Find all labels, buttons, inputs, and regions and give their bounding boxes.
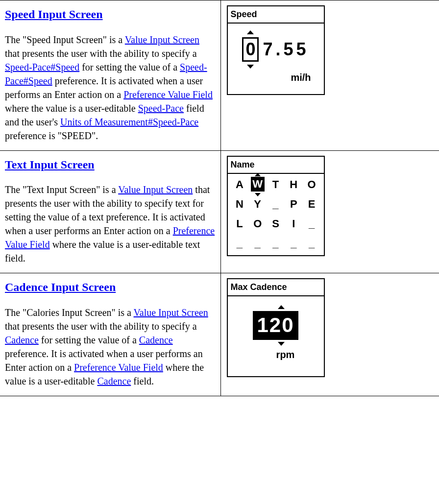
table-row: Text Input Screen The "Text Input Screen… xyxy=(0,150,439,273)
doc-table: Speed Input Screen The "Speed Input Scre… xyxy=(0,0,439,396)
speed-unit-label: mi/h xyxy=(232,71,320,84)
link-cadence-1[interactable]: Cadence xyxy=(5,335,39,345)
selected-char: W xyxy=(251,177,265,192)
char-cell[interactable]: A xyxy=(231,178,249,192)
description-text: The "Text Input Screen" is a Value Input… xyxy=(5,183,216,265)
text-fragment: field. xyxy=(131,376,154,386)
text-fragment: where the value is a user-editable xyxy=(5,103,138,114)
char-cell[interactable]: _ xyxy=(231,237,249,250)
text-fragment: for setting the value of a xyxy=(39,335,139,345)
cadence-unit-label: rpm xyxy=(232,348,320,361)
text-fragment: The "Calories Input Screen" is a xyxy=(5,307,134,318)
char-cell[interactable]: O xyxy=(303,178,321,192)
link-speed-pace[interactable]: Speed-Pace xyxy=(138,103,184,114)
device-title: Name xyxy=(228,157,324,174)
char-cell[interactable]: O xyxy=(248,217,267,231)
speed-digit-spinner[interactable]: 0 xyxy=(242,37,259,62)
link-value-input-screen[interactable]: Value Input Screen xyxy=(134,307,208,318)
char-cell[interactable]: I xyxy=(285,217,303,231)
chevron-up-icon xyxy=(255,173,261,176)
chevron-down-icon xyxy=(247,65,254,69)
link-preference-value-field[interactable]: Preference Value Field xyxy=(123,89,213,100)
char-cell[interactable]: Y xyxy=(248,197,267,211)
link-cadence-2[interactable]: Cadence xyxy=(139,335,173,345)
link-units-of-measurement[interactable]: Units of Measurement#Speed-Pace xyxy=(60,117,198,127)
chevron-up-icon xyxy=(247,30,254,34)
char-cell[interactable]: T xyxy=(267,178,285,192)
table-row: Speed Input Screen The "Speed Input Scre… xyxy=(0,0,439,151)
char-cell[interactable]: W xyxy=(248,178,267,192)
char-cell[interactable]: _ xyxy=(248,237,267,250)
chevron-down-icon xyxy=(278,342,285,346)
description-text: The "Calories Input Screen" is a Value I… xyxy=(5,306,216,388)
link-cadence-3[interactable]: Cadence xyxy=(97,376,131,386)
text-fragment: The "Text Input Screen" is a xyxy=(5,184,118,195)
device-text-screen: Name AWTHONY_PELOSI______ xyxy=(227,156,325,256)
text-fragment: for setting the value of a xyxy=(79,62,180,72)
char-cell[interactable]: _ xyxy=(303,237,321,250)
description-cell: Cadence Input Screen The "Calories Input… xyxy=(0,273,220,396)
char-cell[interactable]: _ xyxy=(303,217,321,231)
heading-link-cadence[interactable]: Cadence Input Screen xyxy=(5,281,116,293)
illustration-cell: Max Cadence 120 rpm xyxy=(220,273,439,396)
link-speed-pace-speed-1[interactable]: Speed-Pace#Speed xyxy=(5,62,79,72)
link-value-input-screen[interactable]: Value Input Screen xyxy=(125,34,199,45)
description-cell: Speed Input Screen The "Speed Input Scre… xyxy=(0,0,220,151)
illustration-cell: Name AWTHONY_PELOSI______ xyxy=(220,150,439,273)
char-cell[interactable]: L xyxy=(231,217,249,231)
device-speed-screen: Speed 0 7.55 mi/h xyxy=(227,5,325,95)
cadence-value: 120 xyxy=(253,311,298,340)
speed-remaining-digits: 7.55 xyxy=(263,37,309,62)
spinner-digit-value: 0 xyxy=(242,37,259,62)
description-text: The "Speed Input Screen" is a Value Inpu… xyxy=(5,33,216,143)
chevron-up-icon xyxy=(278,305,285,309)
heading-link-text[interactable]: Text Input Screen xyxy=(5,158,95,171)
char-cell[interactable]: N xyxy=(231,197,249,211)
table-row: Cadence Input Screen The "Calories Input… xyxy=(0,273,439,396)
chevron-down-icon xyxy=(255,193,261,196)
device-cadence-screen: Max Cadence 120 rpm xyxy=(227,278,325,377)
text-fragment: that presents the user with the ability … xyxy=(5,321,197,332)
description-cell: Text Input Screen The "Text Input Screen… xyxy=(0,150,220,273)
char-cell[interactable]: _ xyxy=(267,197,285,211)
char-cell[interactable]: E xyxy=(303,197,321,211)
link-preference-value-field[interactable]: Preference Value Field xyxy=(74,362,163,373)
device-title: Speed xyxy=(228,6,324,24)
text-fragment: The "Speed Input Screen" is a xyxy=(5,34,125,45)
text-fragment: that presents the user with the ability … xyxy=(5,48,197,59)
char-cell[interactable]: _ xyxy=(267,237,285,250)
device-title: Max Cadence xyxy=(228,279,324,296)
char-cell[interactable]: H xyxy=(285,178,303,192)
heading-link-speed[interactable]: Speed Input Screen xyxy=(5,8,103,21)
char-cell[interactable]: P xyxy=(285,197,303,211)
cadence-value-spinner[interactable]: 120 xyxy=(253,311,298,340)
character-grid[interactable]: AWTHONY_PELOSI______ xyxy=(231,178,321,250)
char-cell[interactable]: _ xyxy=(285,237,303,250)
illustration-cell: Speed 0 7.55 mi/h xyxy=(220,0,439,151)
text-fragment: preference is "SPEED". xyxy=(5,130,98,141)
link-value-input-screen[interactable]: Value Input Screen xyxy=(118,184,193,195)
char-cell[interactable]: S xyxy=(267,217,285,231)
